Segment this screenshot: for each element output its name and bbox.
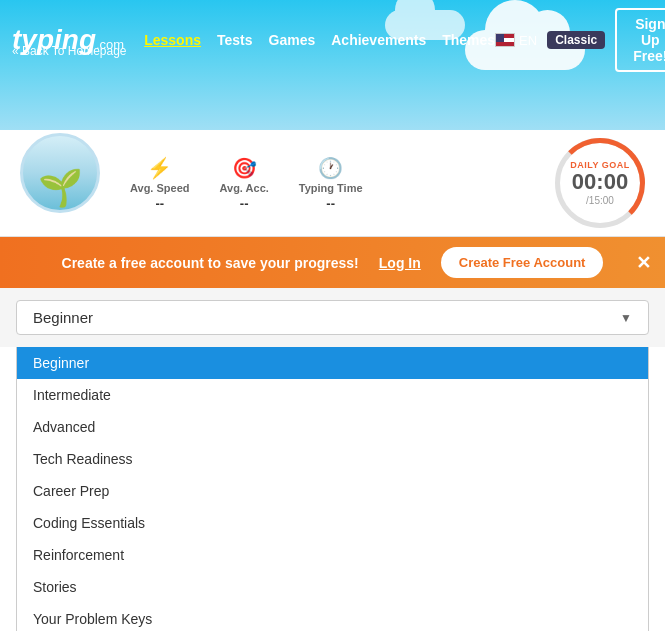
stats-bar: 🌱 ⚡ Avg. Speed -- 🎯 Avg. Acc. -- 🕐 Typin… xyxy=(0,130,665,237)
dropdown-item-stories[interactable]: Stories xyxy=(17,571,648,603)
dropdown-item-intermediate[interactable]: Intermediate xyxy=(17,379,648,411)
avg-acc-label: Avg. Acc. xyxy=(220,182,269,194)
flag-icon xyxy=(495,33,515,47)
top-nav: typing .com Lessons Tests Games Achievem… xyxy=(0,0,665,80)
avg-acc-stat: 🎯 Avg. Acc. -- xyxy=(220,156,269,211)
nav-links: Lessons Tests Games Achievements Themes xyxy=(144,32,495,48)
dropdown-item-beginner[interactable]: Beginner xyxy=(17,347,648,379)
nav-lessons[interactable]: Lessons xyxy=(144,32,201,48)
dropdown-item-tech-readiness[interactable]: Tech Readiness xyxy=(17,443,648,475)
signup-button[interactable]: Sign Up Free! xyxy=(615,8,665,72)
theme-badge[interactable]: Classic xyxy=(547,31,605,49)
dropdown-item-reinforcement[interactable]: Reinforcement xyxy=(17,539,648,571)
typing-time-label: Typing Time xyxy=(299,182,363,194)
plant-icon: 🌱 xyxy=(38,170,83,206)
avg-speed-stat: ⚡ Avg. Speed -- xyxy=(130,156,190,211)
goal-sub: /15:00 xyxy=(586,195,614,206)
create-account-button[interactable]: Create Free Account xyxy=(441,247,604,278)
avg-acc-value: -- xyxy=(240,196,249,211)
avg-speed-label: Avg. Speed xyxy=(130,182,190,194)
promo-text: Create a free account to save your progr… xyxy=(62,255,359,271)
level-dropdown[interactable]: Beginner ▼ xyxy=(16,300,649,335)
nav-achievements[interactable]: Achievements xyxy=(331,32,426,48)
promo-login-button[interactable]: Log In xyxy=(379,255,421,271)
dropdown-item-your-problem-keys[interactable]: Your Problem Keys xyxy=(17,603,648,631)
dropdown-list: Beginner Intermediate Advanced Tech Read… xyxy=(16,347,649,631)
speed-icon: ⚡ xyxy=(147,156,172,180)
close-icon[interactable]: ✕ xyxy=(636,252,651,274)
chevron-down-icon: ▼ xyxy=(620,311,632,325)
clock-icon: 🕐 xyxy=(318,156,343,180)
dropdown-selected-text: Beginner xyxy=(33,309,93,326)
daily-goal: DAILY GOAL 00:00 /15:00 xyxy=(555,138,645,228)
goal-label: DAILY GOAL xyxy=(570,160,630,170)
dropdown-item-career-prep[interactable]: Career Prep xyxy=(17,475,648,507)
typing-time-value: -- xyxy=(326,196,335,211)
language-selector[interactable]: EN xyxy=(495,33,537,48)
promo-banner: Create a free account to save your progr… xyxy=(0,237,665,288)
nav-themes[interactable]: Themes xyxy=(442,32,495,48)
typing-time-stat: 🕐 Typing Time -- xyxy=(299,156,363,211)
nav-right: EN Classic Sign Up Free! Log In xyxy=(495,8,665,72)
accuracy-icon: 🎯 xyxy=(232,156,257,180)
avatar: 🌱 xyxy=(20,133,100,213)
goal-time: 00:00 xyxy=(572,170,628,194)
dropdown-item-advanced[interactable]: Advanced xyxy=(17,411,648,443)
avg-speed-value: -- xyxy=(155,196,164,211)
dropdown-section: Beginner ▼ xyxy=(0,288,665,347)
nav-games[interactable]: Games xyxy=(269,32,316,48)
nav-tests[interactable]: Tests xyxy=(217,32,253,48)
lang-text: EN xyxy=(519,33,537,48)
back-link[interactable]: « Back To Homepage xyxy=(12,44,127,58)
dropdown-item-coding-essentials[interactable]: Coding Essentials xyxy=(17,507,648,539)
header: typing .com Lessons Tests Games Achievem… xyxy=(0,0,665,130)
